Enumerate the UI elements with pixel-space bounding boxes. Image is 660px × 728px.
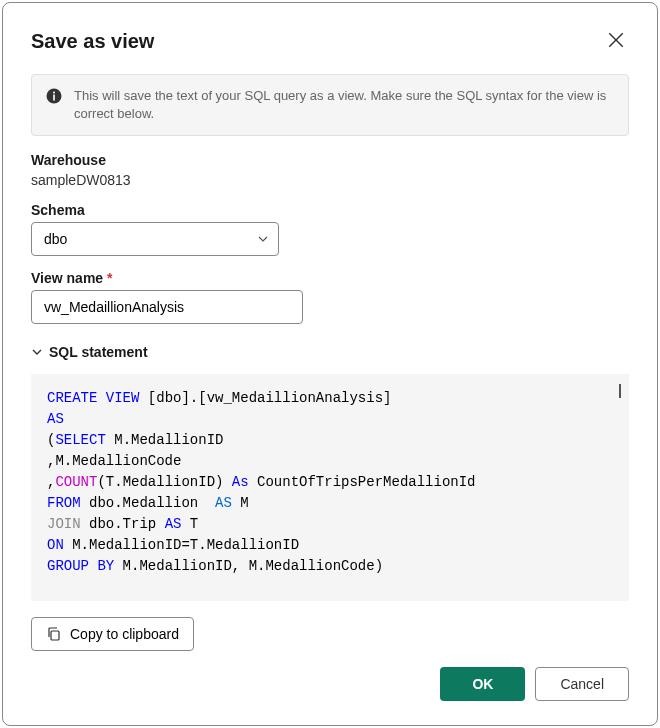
copy-icon	[46, 626, 62, 642]
sql-text: M.MedallionID	[106, 432, 224, 448]
sql-keyword: AS	[215, 495, 232, 511]
sql-keyword: AS	[165, 516, 182, 532]
svg-rect-5	[51, 631, 59, 640]
chevron-down-icon	[31, 346, 43, 358]
schema-select-input[interactable]	[31, 222, 279, 256]
copy-to-clipboard-button[interactable]: Copy to clipboard	[31, 617, 194, 651]
schema-select[interactable]	[31, 222, 279, 256]
sql-text: CountOfTripsPerMedallionId	[249, 474, 476, 490]
cancel-button[interactable]: Cancel	[535, 667, 629, 701]
sql-text: [dbo].[vw_MedaillionAnalysis]	[139, 390, 391, 406]
view-name-input[interactable]	[31, 290, 303, 324]
close-button[interactable]	[603, 27, 629, 56]
svg-rect-4	[53, 95, 55, 101]
view-name-label: View name	[31, 270, 629, 286]
warehouse-label: Warehouse	[31, 152, 629, 168]
info-banner: This will save the text of your SQL quer…	[31, 74, 629, 136]
sql-keyword: JOIN	[47, 516, 81, 532]
copy-button-label: Copy to clipboard	[70, 626, 179, 642]
sql-keyword: CREATE VIEW	[47, 390, 139, 406]
svg-point-3	[53, 92, 55, 94]
footer-buttons: OK Cancel	[31, 667, 629, 701]
sql-keyword: ON	[47, 537, 64, 553]
sql-text: dbo.Medallion	[81, 495, 215, 511]
ok-button[interactable]: OK	[440, 667, 525, 701]
modal-header: Save as view	[31, 27, 629, 56]
sql-function: COUNT	[55, 474, 97, 490]
sql-text: M.MedallionID=T.MedallionID	[64, 537, 299, 553]
modal-title: Save as view	[31, 30, 154, 53]
save-as-view-modal: Save as view This will save the text of …	[2, 2, 658, 726]
warehouse-value: sampleDW0813	[31, 172, 629, 188]
sql-text: T	[181, 516, 198, 532]
sql-text: M	[232, 495, 249, 511]
info-icon	[46, 88, 62, 104]
sql-text: ,M.MedallionCode	[47, 453, 181, 469]
sql-text: dbo.Trip	[81, 516, 165, 532]
sql-text: M.MedallionID, M.MedallionCode)	[114, 558, 383, 574]
sql-keyword: FROM	[47, 495, 81, 511]
sql-code-block[interactable]: CREATE VIEW [dbo].[vw_MedaillionAnalysis…	[31, 374, 629, 601]
sql-keyword: SELECT	[55, 432, 105, 448]
sql-keyword: As	[232, 474, 249, 490]
info-text: This will save the text of your SQL quer…	[74, 87, 614, 123]
sql-text: (T.MedallionID)	[97, 474, 231, 490]
close-icon	[607, 31, 625, 49]
schema-label: Schema	[31, 202, 629, 218]
sql-section-toggle[interactable]: SQL statement	[31, 344, 629, 360]
sql-keyword: GROUP BY	[47, 558, 114, 574]
sql-keyword: AS	[47, 411, 64, 427]
sql-section-title: SQL statement	[49, 344, 148, 360]
